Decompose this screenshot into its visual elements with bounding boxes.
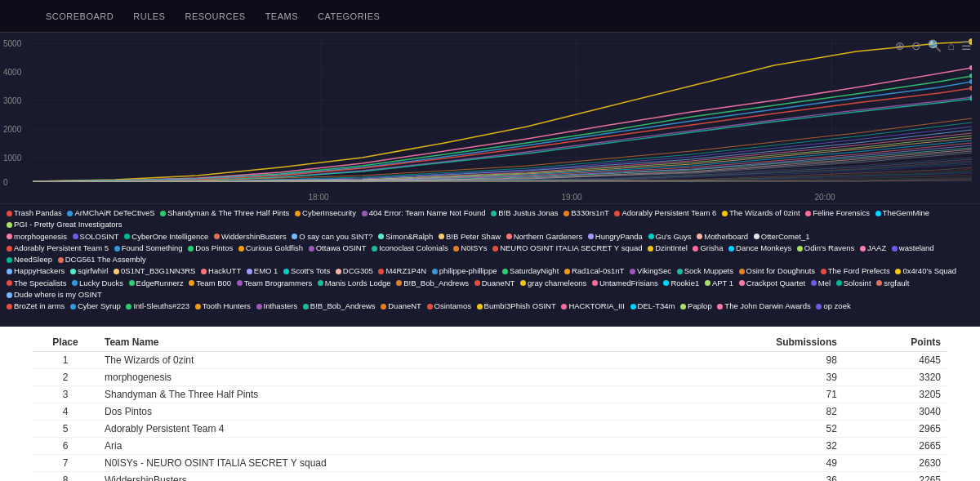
teams-row-5: The Specialists Lucky Ducks EdgeRunnerz … — [7, 278, 973, 301]
team-tag: Mel — [811, 278, 831, 289]
nav-teams[interactable]: TEAMS — [265, 11, 298, 21]
zoom-in-icon[interactable]: ⊕ — [895, 39, 905, 52]
table-row: 3 Shandyman & The Three Half Pints 71 32… — [33, 386, 947, 403]
cell-submissions: 36 — [665, 472, 844, 482]
teams-row-2: morphogenesis SOLOSINT CyberOne Intellig… — [7, 231, 973, 243]
time-label-19: 19:00 — [561, 193, 581, 202]
team-tag: CyberOne Intelligence — [124, 231, 208, 243]
team-tag: Osint for Doughnuts — [739, 265, 816, 277]
team-tag: Inthasters — [256, 301, 298, 312]
cell-points: 3205 — [844, 386, 947, 403]
team-tag: Rookie1 — [663, 278, 699, 289]
team-tag: The Wizards of 0zint — [722, 207, 800, 219]
cell-submissions: 39 — [665, 369, 844, 386]
cell-team: Adorably Persistent Team 4 — [98, 421, 665, 438]
table-row: 5 Adorably Persistent Team 4 52 2965 — [33, 421, 947, 438]
svg-point-11 — [969, 73, 972, 78]
team-tag: Manis Lords Lodge — [318, 278, 391, 289]
team-tag: PGI - Pretty Great Investigators — [7, 219, 122, 230]
cell-team: Aria — [98, 438, 665, 455]
team-tag: Trash Pandas — [7, 207, 62, 219]
table-body: 1 The Wizards of 0zint 98 4645 2 morphog… — [33, 352, 947, 482]
time-label-20: 20:00 — [814, 193, 835, 202]
search-chart-icon[interactable]: 🔍 — [928, 39, 942, 52]
team-tag: BroZet in arms — [7, 301, 65, 312]
cell-team: WiddershinBusters — [98, 472, 665, 482]
team-tag: Iconoclast Colonials — [372, 243, 448, 254]
chart-controls: ⊕ ⊖ 🔍 ⌂ ☰ — [895, 39, 972, 52]
team-tag: srgfault — [876, 278, 909, 289]
nav-rules[interactable]: RULES — [133, 11, 165, 21]
col-submissions: Submissions — [665, 333, 844, 352]
team-tag: The John Darwin Awards — [717, 301, 810, 312]
cell-place: 5 — [33, 421, 98, 438]
scoreboard-chart — [33, 37, 972, 188]
team-tag: Team B00 — [189, 278, 231, 289]
teams-row-4: HappyHackers sqirfwhirl 0S1NT_B3G1NN3RS … — [7, 265, 973, 277]
team-tag: Lucky Ducks — [72, 278, 123, 289]
team-tag: Scott's Tots — [283, 265, 330, 277]
cell-place: 1 — [33, 352, 98, 369]
team-tag: The Specialists — [7, 278, 66, 289]
team-tag: Gu's Guys — [648, 231, 692, 243]
time-label-18: 18:00 — [308, 193, 328, 202]
navigation: SCOREBOARD RULES RESOURCES TEAMS CATEGOR… — [46, 11, 967, 21]
team-tag: DzintIntel — [648, 243, 688, 254]
teams-legend-area: Trash Pandas ArMChAiR DeTeCtIveS Shandym… — [0, 204, 980, 327]
team-tag: 0S1NT_B3G1NN3RS — [114, 265, 195, 277]
cell-place: 6 — [33, 438, 98, 455]
cell-submissions: 52 — [665, 421, 844, 438]
nav-categories[interactable]: CATEGORIES — [318, 11, 380, 21]
team-tag: UntamedFrisians — [592, 278, 658, 289]
results-table: Place Team Name Submissions Points 1 The… — [33, 333, 947, 481]
team-tag: M4RZ1P4N — [378, 265, 426, 277]
team-tag: B330rs1nT — [564, 207, 608, 219]
team-tag: Curious Goldfish — [238, 243, 303, 254]
team-tag: Dance Monkeys — [728, 243, 791, 254]
table-row: 1 The Wizards of 0zint 98 4645 — [33, 352, 947, 369]
team-tag: B!B Peter Shaw — [439, 231, 501, 243]
y-label-4000: 4000 — [3, 68, 21, 77]
team-tag: TheGemMine — [875, 207, 930, 219]
team-tag: JAAZ — [860, 243, 886, 254]
cell-submissions: 49 — [665, 455, 844, 472]
zoom-out-icon[interactable]: ⊖ — [911, 39, 921, 52]
table-row: 7 N0ISYs - NEURO OSINT ITALIA SECRET Y s… — [33, 455, 947, 472]
cell-points: 2265 — [844, 472, 947, 482]
y-label-1000: 1000 — [3, 154, 21, 163]
team-tag: Cyber Syrup — [70, 301, 121, 312]
nav-resources[interactable]: RESOURCES — [185, 11, 245, 21]
nav-scoreboard[interactable]: SCOREBOARD — [46, 11, 114, 21]
cell-team: Dos Pintos — [98, 403, 665, 421]
team-tag: Odin's Ravens — [797, 243, 854, 254]
cell-submissions: 98 — [665, 352, 844, 369]
y-label-5000: 5000 — [3, 39, 21, 48]
cell-team: Shandyman & The Three Half Pints — [98, 386, 665, 403]
team-tag: 0x4r40's Squad — [895, 265, 956, 277]
team-tag: NEURO OSINT ITALIA SECRET Y squad — [492, 243, 642, 254]
cell-points: 3040 — [844, 403, 947, 421]
cell-place: 4 — [33, 403, 98, 421]
team-tag: Rad1cal-0s1nT — [564, 265, 624, 277]
cell-points: 2665 — [844, 438, 947, 455]
team-tag: SaturdayNight — [502, 265, 559, 277]
cell-place: 2 — [33, 369, 98, 386]
cell-points: 2630 — [844, 455, 947, 472]
cell-place: 8 — [33, 472, 98, 482]
col-team-name: Team Name — [98, 333, 665, 352]
cell-submissions: 71 — [665, 386, 844, 403]
team-tag: ArMChAiR DeTeCtIveS — [67, 207, 154, 219]
team-tag: Motherboard — [697, 231, 748, 243]
team-tag: Team Brogrammers — [237, 278, 312, 289]
home-chart-icon[interactable]: ⌂ — [948, 39, 955, 52]
cell-submissions: 32 — [665, 438, 844, 455]
menu-chart-icon[interactable]: ☰ — [961, 39, 972, 52]
col-points: Points — [844, 333, 947, 352]
team-tag: Ottawa OSINT — [309, 243, 367, 254]
team-tag: N0ISYs — [453, 243, 487, 254]
teams-row-1: Trash Pandas ArMChAiR DeTeCtIveS Shandym… — [7, 207, 973, 231]
team-tag: DEL-T34m — [630, 301, 675, 312]
team-tag: HungryPanda — [588, 231, 643, 243]
table-row: 8 WiddershinBusters 36 2265 — [33, 472, 947, 482]
svg-point-12 — [969, 79, 972, 84]
